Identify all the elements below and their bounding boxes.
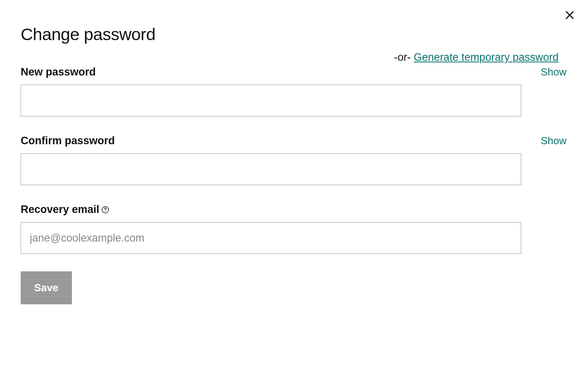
recovery-email-field-block: Recovery email (21, 203, 567, 254)
new-password-label-row: New password Show (21, 66, 567, 78)
change-password-dialog: Change password -or- Generate temporary … (0, 0, 588, 325)
confirm-password-input[interactable] (21, 153, 521, 185)
svg-point-3 (105, 211, 106, 212)
generate-row: -or- Generate temporary password (21, 51, 567, 64)
new-password-label: New password (21, 66, 96, 78)
confirm-password-show-toggle[interactable]: Show (541, 135, 567, 147)
recovery-email-label: Recovery email (21, 203, 110, 216)
recovery-email-label-row: Recovery email (21, 203, 567, 216)
confirm-password-label: Confirm password (21, 135, 115, 147)
confirm-password-field-block: Confirm password Show (21, 135, 567, 185)
save-button[interactable]: Save (21, 271, 72, 304)
new-password-show-toggle[interactable]: Show (541, 66, 567, 78)
new-password-field-block: New password Show (21, 66, 567, 116)
generate-temp-password-link[interactable]: Generate temporary password (414, 51, 559, 63)
close-icon (564, 10, 575, 21)
recovery-email-input[interactable] (21, 222, 521, 254)
help-icon[interactable] (101, 205, 110, 214)
recovery-email-label-text: Recovery email (21, 203, 99, 216)
or-text: -or- (394, 51, 414, 63)
close-button[interactable] (563, 9, 576, 21)
new-password-input[interactable] (21, 85, 521, 116)
confirm-password-label-row: Confirm password Show (21, 135, 567, 147)
dialog-title: Change password (21, 25, 567, 44)
